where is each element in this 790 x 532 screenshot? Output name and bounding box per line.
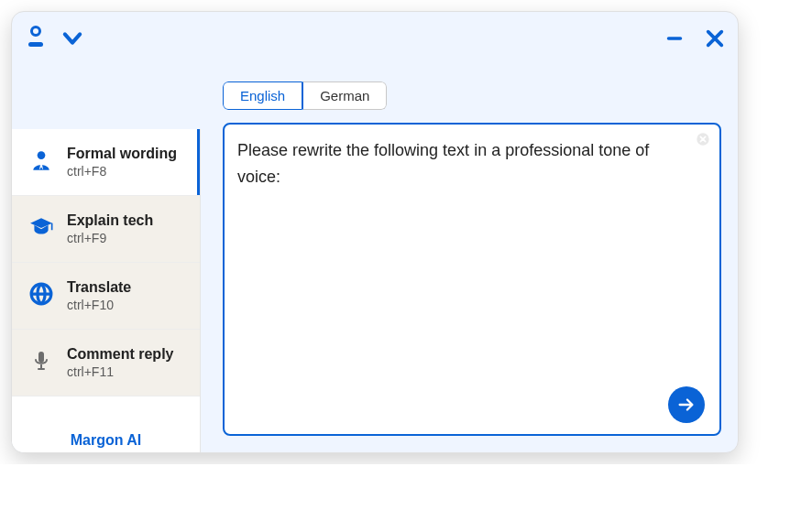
arrow-right-icon xyxy=(676,395,697,415)
svg-rect-4 xyxy=(51,223,53,231)
tab-english[interactable]: English xyxy=(223,81,302,110)
svg-point-0 xyxy=(32,27,40,36)
close-icon xyxy=(705,28,725,49)
sidebar: Formal wording ctrl+F8 Explain tech xyxy=(12,129,201,452)
svg-point-3 xyxy=(38,151,46,159)
sidebar-item-label: Comment reply xyxy=(67,346,173,363)
sidebar-item-shortcut: ctrl+F11 xyxy=(67,364,173,379)
microphone-icon xyxy=(28,348,54,374)
prompt-textarea[interactable] xyxy=(223,123,721,436)
language-tabs: English German xyxy=(223,81,387,110)
person-icon xyxy=(28,147,54,173)
sidebar-list: Formal wording ctrl+F8 Explain tech xyxy=(12,129,200,427)
sidebar-item-label: Translate xyxy=(67,279,131,296)
sidebar-item-label: Formal wording xyxy=(67,146,177,162)
dropdown-button[interactable] xyxy=(60,26,85,51)
titlebar xyxy=(12,12,738,65)
svg-rect-1 xyxy=(28,42,43,47)
main-panel: English German xyxy=(201,65,738,452)
svg-rect-6 xyxy=(38,352,44,363)
globe-icon xyxy=(28,281,54,307)
user-menu-button[interactable] xyxy=(25,26,47,51)
sidebar-item-shortcut: ctrl+F10 xyxy=(67,298,131,312)
content-area: Formal wording ctrl+F8 Explain tech xyxy=(12,65,738,452)
svg-rect-2 xyxy=(667,37,683,40)
minimize-button[interactable] xyxy=(664,28,685,49)
minimize-icon xyxy=(664,28,685,49)
sidebar-item-label: Explain tech xyxy=(67,212,153,229)
sidebar-item-explain-tech[interactable]: Explain tech ctrl+F9 xyxy=(12,196,200,263)
sidebar-item-translate[interactable]: Translate ctrl+F10 xyxy=(12,263,200,330)
close-button[interactable] xyxy=(705,28,725,49)
sidebar-item-comment-reply[interactable]: Comment reply ctrl+F11 xyxy=(12,330,200,396)
editor-container xyxy=(223,123,721,436)
clear-icon xyxy=(696,132,710,147)
graduation-cap-icon xyxy=(28,214,54,240)
brand-label: Margon AI xyxy=(12,427,200,452)
sidebar-item-shortcut: ctrl+F8 xyxy=(67,164,177,179)
send-button[interactable] xyxy=(668,386,705,423)
sidebar-item-formal-wording[interactable]: Formal wording ctrl+F8 xyxy=(12,129,200,196)
tab-german[interactable]: German xyxy=(302,81,387,110)
chevron-down-icon xyxy=(60,26,85,51)
clear-button[interactable] xyxy=(696,132,710,147)
user-icon xyxy=(25,26,47,51)
app-window: Formal wording ctrl+F8 Explain tech xyxy=(11,11,739,453)
svg-rect-8 xyxy=(38,368,45,370)
svg-rect-7 xyxy=(40,364,42,368)
sidebar-item-shortcut: ctrl+F9 xyxy=(67,231,153,245)
